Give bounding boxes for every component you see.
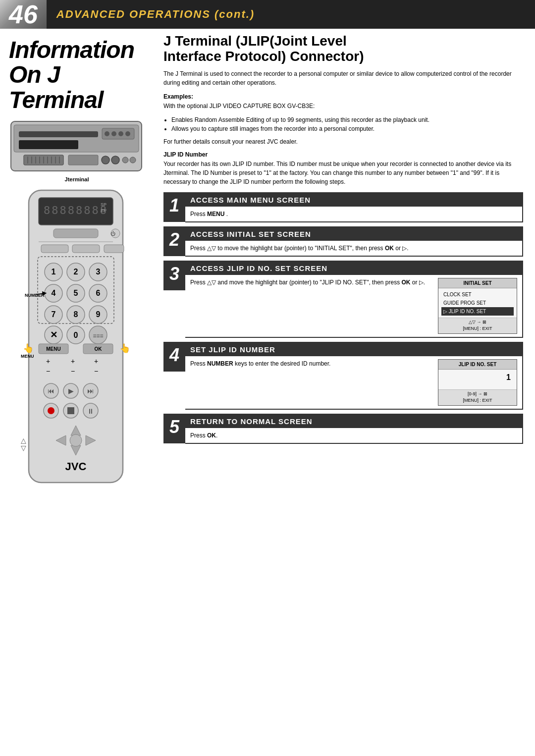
step-3-content: ACCESS JLIP ID NO. SET SCREEN Press △▽ a…: [185, 261, 523, 338]
bullet-item-2: Allows you to capture still images from …: [171, 124, 523, 133]
right-column: J Terminal (JLIP(Joint Level Interface P…: [154, 29, 535, 494]
svg-text:7: 7: [52, 310, 56, 319]
step-1: 1 ACCESS MAIN MENU SCREEN Press MENU .: [163, 192, 523, 222]
step-5-text: Press OK.: [190, 431, 517, 440]
step-3-body: Press △▽ and move the highlight bar (poi…: [185, 275, 522, 337]
big-title: Information On J Terminal: [0, 29, 154, 117]
screen-3-item-3: ▷ JLIP ID NO. SET: [441, 307, 514, 316]
header-title-bar: ADVANCED OPERATIONS (cont.): [47, 0, 535, 29]
svg-text:3: 3: [96, 268, 101, 276]
step-5-body: Press OK.: [185, 428, 522, 443]
step-1-title: ACCESS MAIN MENU SCREEN: [185, 193, 522, 207]
step-3-title: ACCESS JLIP ID NO. SET SCREEN: [185, 262, 522, 275]
step-4-body: Press NUMBER keys to enter the desired I…: [185, 356, 522, 409]
examples-intro: With the optional JLIP VIDEO CAPTURE BOX…: [163, 102, 523, 110]
screen-3-item-2: GUIDE PROG SET: [441, 299, 514, 307]
step-5-number: 5: [163, 414, 185, 443]
remote-control: 88888888 SP EP ⏻ 1 2: [14, 185, 145, 494]
step-4-number: 4: [163, 342, 185, 372]
svg-text:⏭: ⏭: [87, 387, 94, 395]
svg-text:−: −: [46, 367, 50, 375]
svg-point-14: [130, 157, 136, 163]
jlip-id-section: JLIP ID Number Your recorder has its own…: [163, 151, 523, 186]
bullet-item-1: Enables Random Assemble Editing of up to…: [171, 115, 523, 124]
svg-point-6: [118, 131, 123, 136]
step-5-content: RETURN TO NORMAL SCREEN Press OK.: [185, 414, 523, 444]
jterminal-label: Jterminal: [9, 176, 145, 182]
svg-rect-34: [41, 245, 68, 253]
svg-text:👆: 👆: [23, 343, 34, 354]
svg-text:−: −: [71, 367, 75, 375]
svg-rect-35: [72, 245, 100, 253]
screen-4-footer: [0-9] → ⊠[MENU] : EXIT: [438, 389, 517, 405]
step-2-text: Press △▽ to move the highlight bar (poin…: [190, 244, 517, 253]
svg-text:JVC: JVC: [65, 460, 87, 473]
svg-point-81: [48, 407, 54, 414]
step-1-text: Press MENU .: [190, 210, 517, 218]
steps-container: 1 ACCESS MAIN MENU SCREEN Press MENU . 2…: [163, 192, 523, 444]
svg-rect-30: [54, 229, 98, 238]
svg-text:△: △: [21, 436, 26, 444]
further-details: For further details consult your nearest…: [163, 137, 523, 146]
header-title: ADVANCED OPERATIONS (cont.): [56, 8, 255, 21]
svg-text:0: 0: [74, 331, 78, 339]
svg-text:1: 1: [52, 268, 56, 276]
svg-point-13: [122, 157, 128, 163]
svg-text:9: 9: [96, 310, 101, 319]
step-1-content: ACCESS MAIN MENU SCREEN Press MENU .: [185, 192, 523, 222]
main-layout: Information On J Terminal: [0, 29, 535, 494]
step-2-body: Press △▽ to move the highlight bar (poin…: [185, 241, 522, 256]
jlip-id-text: Your recorder has its own JLIP ID number…: [163, 160, 523, 186]
svg-point-11: [102, 156, 109, 164]
svg-point-4: [105, 131, 109, 136]
svg-text:✕: ✕: [50, 330, 57, 340]
svg-text:MENU: MENU: [21, 354, 34, 359]
step-5: 5 RETURN TO NORMAL SCREEN Press OK.: [163, 414, 523, 444]
screen-3-item-1: CLOCK SET: [441, 290, 514, 299]
svg-text:👆: 👆: [119, 343, 131, 354]
svg-text:4: 4: [52, 289, 56, 297]
svg-text:SP: SP: [101, 202, 107, 207]
step-1-number: 1: [163, 192, 185, 222]
step-1-body: Press MENU .: [185, 207, 522, 221]
svg-text:≡≡≡: ≡≡≡: [93, 332, 103, 339]
screen-4-value: 1: [438, 370, 517, 389]
step-2-content: ACCESS INITIAL SET SCREEN Press △▽ to mo…: [185, 226, 523, 257]
step-2: 2 ACCESS INITIAL SET SCREEN Press △▽ to …: [163, 226, 523, 257]
svg-text:88888888: 88888888: [44, 204, 108, 216]
svg-text:6: 6: [96, 289, 101, 297]
svg-text:▶: ▶: [68, 387, 74, 395]
intro-text: The J Terminal is used to connect the re…: [163, 69, 523, 87]
step-2-number: 2: [163, 226, 185, 256]
svg-text:MENU: MENU: [46, 346, 60, 352]
page-header: 46 ADVANCED OPERATIONS (cont.): [0, 0, 535, 29]
step-3-text: Press △▽ and move the highlight bar (poi…: [190, 278, 433, 287]
svg-text:⏻: ⏻: [110, 231, 115, 236]
step-4-content: SET JLIP ID NUMBER Press NUMBER keys to …: [185, 342, 523, 410]
screen-3-body: CLOCK SET GUIDE PROG SET ▷ JLIP ID NO. S…: [438, 288, 517, 318]
svg-rect-36: [104, 245, 124, 253]
left-column: Information On J Terminal: [0, 29, 154, 494]
svg-text:+: +: [94, 357, 98, 365]
step-3: 3 ACCESS JLIP ID NO. SET SCREEN Press △▽…: [163, 261, 523, 338]
svg-text:8: 8: [74, 310, 78, 319]
screen-3-footer: △▽ → ⊠[MENU] : EXIT: [438, 318, 517, 333]
page-number: 46: [0, 0, 47, 29]
svg-text:2: 2: [74, 268, 78, 276]
svg-point-5: [111, 131, 116, 136]
svg-text:⏸: ⏸: [87, 407, 94, 415]
step-4-text: Press NUMBER keys to enter the desired I…: [190, 359, 433, 368]
vcr-device-image: Jterminal: [9, 117, 145, 182]
screen-3-header: INITIAL SET: [438, 278, 517, 288]
examples-label: Examples:: [163, 93, 523, 100]
section-title: J Terminal (JLIP(Joint Level Interface P…: [163, 34, 523, 64]
step-4: 4 SET JLIP ID NUMBER Press NUMBER keys t…: [163, 342, 523, 410]
svg-rect-83: [67, 407, 74, 414]
remote-svg: 88888888 SP EP ⏻ 1 2: [14, 185, 138, 492]
svg-text:OK: OK: [95, 346, 103, 352]
step-3-number: 3: [163, 261, 185, 290]
svg-point-12: [111, 156, 119, 164]
step-5-title: RETURN TO NORMAL SCREEN: [185, 415, 522, 428]
examples-section: Examples: With the optional JLIP VIDEO C…: [163, 93, 523, 146]
jlip-id-label: JLIP ID Number: [163, 151, 523, 158]
